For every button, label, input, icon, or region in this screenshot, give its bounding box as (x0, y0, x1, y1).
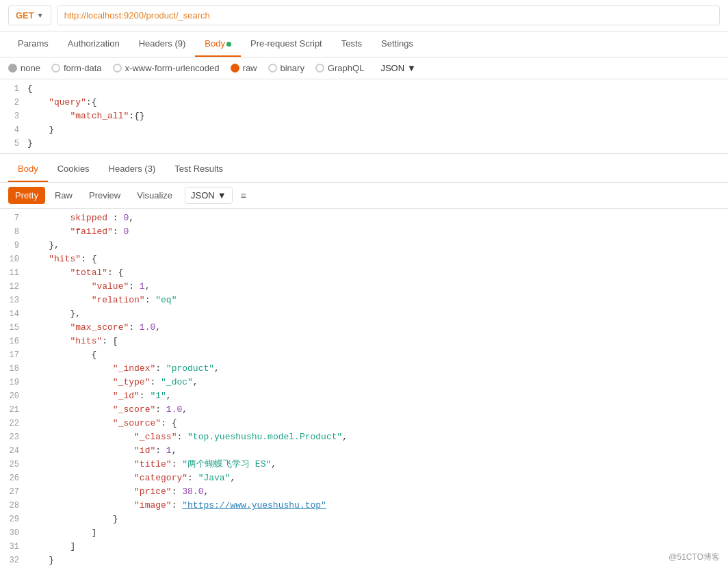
option-graphql[interactable]: GraphQL (315, 63, 364, 73)
format-visualize[interactable]: Visualize (130, 187, 179, 204)
tab-pre-request[interactable]: Pre-request Script (241, 31, 332, 57)
code-line-1: 1 { (0, 82, 728, 96)
option-form-data[interactable]: form-data (51, 63, 102, 73)
resp-line-33: 33 } (0, 567, 728, 570)
resp-line-27: 27 "price": 38.0, (0, 485, 728, 499)
tab-authorization[interactable]: Authorization (58, 31, 129, 57)
resp-line-16: 16 "hits": [ (0, 335, 728, 348)
response-json-select[interactable]: JSON ▼ (185, 187, 233, 204)
option-raw[interactable]: raw (231, 63, 257, 73)
request-tabs: Params Authorization Headers (9) Body Pr… (0, 31, 728, 57)
resp-line-13: 13 "relation": "eq" (0, 294, 728, 307)
method-select[interactable]: GET ▼ (8, 5, 51, 25)
response-format-row: Pretty Raw Preview Visualize JSON ▼ ≡ (0, 183, 728, 209)
json-type-select[interactable]: JSON ▼ (380, 63, 416, 73)
radio-graphql[interactable] (315, 64, 324, 73)
option-urlencoded[interactable]: x-www-form-urlencoded (113, 63, 220, 73)
response-json-label: JSON (191, 190, 215, 200)
method-chevron-icon: ▼ (37, 12, 44, 19)
radio-none[interactable] (8, 64, 17, 73)
response-tab-cookies[interactable]: Cookies (48, 157, 99, 182)
radio-urlencoded[interactable] (113, 64, 122, 73)
format-preview[interactable]: Preview (82, 187, 127, 204)
code-line-3: 3 "match_all":{} (0, 109, 728, 123)
tab-body[interactable]: Body (195, 31, 241, 57)
resp-line-30: 30 ] (0, 526, 728, 540)
body-options: none form-data x-www-form-urlencoded raw… (0, 57, 728, 79)
resp-line-25: 25 "title": "两个蝴蝶飞学习 ES", (0, 458, 728, 471)
resp-line-21: 21 "_score": 1.0, (0, 403, 728, 417)
radio-form-data[interactable] (51, 64, 60, 73)
code-line-5: 5 } (0, 137, 728, 151)
code-line-2: 2 "query":{ (0, 96, 728, 109)
response-tab-test-results[interactable]: Test Results (165, 157, 233, 182)
tab-tests[interactable]: Tests (332, 31, 372, 57)
json-type-label: JSON (380, 63, 404, 73)
code-line-4: 4 } (0, 123, 728, 137)
resp-line-14: 14 }, (0, 307, 728, 321)
resp-line-23: 23 "_class": "top.yueshushu.model.Produc… (0, 430, 728, 444)
resp-line-24: 24 "id": 1, (0, 444, 728, 458)
tab-headers[interactable]: Headers (9) (129, 31, 196, 57)
request-body-editor[interactable]: 1 { 2 "query":{ 3 "match_all":{} 4 } 5 } (0, 79, 728, 154)
json-type-chevron-icon: ▼ (407, 63, 416, 73)
tab-params[interactable]: Params (8, 31, 58, 57)
resp-line-9: 9 }, (0, 239, 728, 252)
resp-line-28: 28 "image": "https://www.yueshushu.top" (0, 499, 728, 513)
response-tabs: Body Cookies Headers (3) Test Results (0, 157, 728, 183)
resp-line-12: 12 "value": 1, (0, 280, 728, 294)
wrap-icon[interactable]: ≡ (241, 190, 246, 201)
resp-line-22: 22 "_source": { (0, 417, 728, 430)
resp-line-18: 18 "_index": "product", (0, 362, 728, 376)
resp-line-20: 20 "_id": "1", (0, 389, 728, 403)
radio-binary[interactable] (268, 64, 277, 73)
response-json-chevron-icon: ▼ (218, 190, 226, 200)
resp-line-7: 7 skipped : 0, (0, 211, 728, 225)
response-body: 7 skipped : 0, 8 "failed": 0 9 }, 10 "hi… (0, 209, 728, 570)
resp-line-8: 8 "failed": 0 (0, 225, 728, 239)
url-input[interactable] (57, 5, 720, 25)
radio-raw[interactable] (231, 64, 239, 73)
tab-settings[interactable]: Settings (372, 31, 423, 57)
resp-line-32: 32 } (0, 554, 728, 567)
response-tab-body[interactable]: Body (8, 157, 48, 182)
watermark: @51CTO博客 (668, 552, 720, 563)
format-pretty[interactable]: Pretty (8, 187, 45, 204)
resp-line-15: 15 "max_score": 1.0, (0, 321, 728, 335)
resp-line-10: 10 "hits": { (0, 252, 728, 266)
format-raw[interactable]: Raw (48, 187, 79, 204)
resp-line-29: 29 } (0, 513, 728, 526)
body-dot (226, 42, 231, 47)
response-tab-headers[interactable]: Headers (3) (99, 157, 166, 182)
resp-line-26: 26 "category": "Java", (0, 471, 728, 485)
option-none[interactable]: none (8, 63, 40, 73)
resp-line-11: 11 "total": { (0, 266, 728, 280)
option-binary[interactable]: binary (268, 63, 304, 73)
resp-line-31: 31 ] (0, 540, 728, 554)
resp-line-17: 17 { (0, 348, 728, 362)
method-label: GET (16, 10, 34, 21)
url-bar: GET ▼ (0, 0, 728, 31)
resp-line-19: 19 "_type": "_doc", (0, 376, 728, 389)
